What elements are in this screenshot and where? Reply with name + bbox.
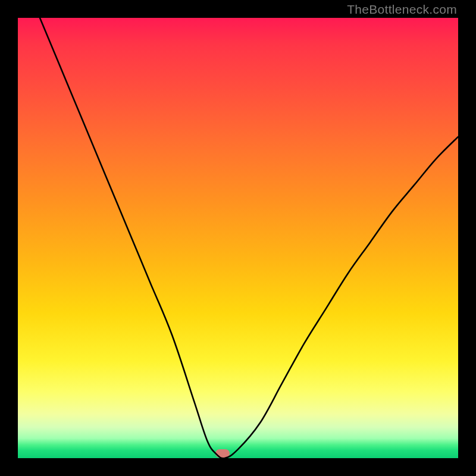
chart-frame: TheBottleneck.com: [0, 0, 476, 476]
curve-path: [40, 18, 458, 458]
bottleneck-curve: [18, 18, 458, 458]
plot-area: [18, 18, 458, 458]
watermark-text: TheBottleneck.com: [347, 2, 457, 17]
